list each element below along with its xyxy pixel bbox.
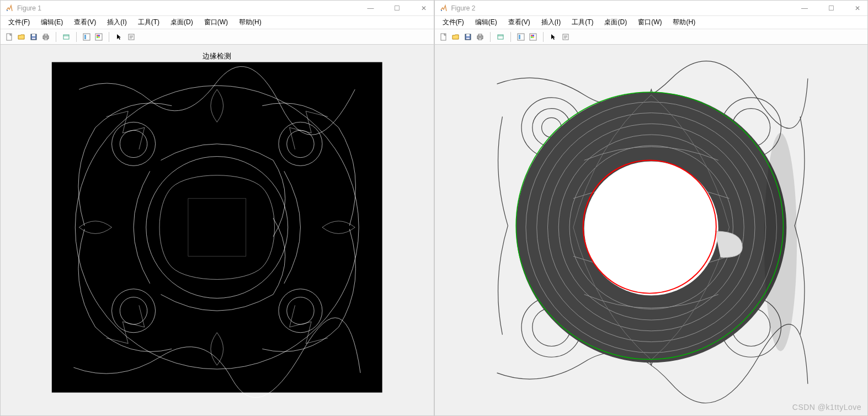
svg-rect-6: [44, 34, 47, 36]
svg-rect-16: [98, 36, 100, 38]
menu-tools[interactable]: 工具(T): [566, 17, 599, 28]
svg-rect-7: [44, 38, 47, 40]
menu-window[interactable]: 窗口(W): [199, 17, 233, 28]
svg-point-0: [7, 10, 8, 11]
axes-area[interactable]: [435, 45, 868, 415]
save-icon[interactable]: [28, 31, 39, 42]
maximize-button[interactable]: ☐: [392, 4, 403, 12]
close-button[interactable]: ✕: [852, 4, 863, 12]
maximize-button[interactable]: ☐: [826, 4, 837, 12]
menu-desktop[interactable]: 桌面(D): [599, 17, 632, 28]
watermark: CSDN @k1ttyLove: [792, 403, 861, 412]
svg-rect-47: [532, 35, 534, 36]
data-cursor-icon[interactable]: [81, 31, 92, 42]
toolbar-separator: [76, 32, 77, 42]
menu-view[interactable]: 查看(V): [68, 17, 102, 28]
menu-file[interactable]: 文件(F): [3, 17, 35, 28]
new-file-icon[interactable]: [438, 31, 449, 42]
svg-rect-11: [84, 35, 86, 39]
link-icon[interactable]: [495, 31, 506, 42]
insert-text-icon[interactable]: [126, 31, 137, 42]
close-button[interactable]: ✕: [418, 4, 429, 12]
menubar: 文件(F) 编辑(E) 查看(V) 插入(I) 工具(T) 桌面(D) 窗口(W…: [435, 16, 868, 29]
svg-rect-13: [97, 35, 98, 36]
svg-rect-46: [531, 36, 532, 38]
titlebar[interactable]: Figure 1 — ☐ ✕: [1, 1, 434, 16]
print-icon[interactable]: [40, 31, 51, 42]
open-folder-icon[interactable]: [16, 31, 27, 42]
figure1-image: [1, 45, 434, 415]
pointer-icon[interactable]: [548, 31, 559, 42]
figure-window-1: Figure 1 — ☐ ✕ 文件(F) 编辑(E) 查看(V) 插入(I) 工…: [0, 0, 434, 416]
menu-help[interactable]: 帮助(H): [667, 17, 701, 28]
menu-window[interactable]: 窗口(W): [632, 17, 667, 28]
svg-rect-40: [498, 35, 503, 39]
svg-rect-36: [466, 38, 470, 39]
toolbar: [1, 29, 434, 45]
svg-rect-48: [532, 36, 534, 38]
chart-title: 边缘检测: [1, 51, 434, 61]
pointer-icon[interactable]: [114, 31, 125, 42]
svg-rect-38: [478, 34, 482, 36]
data-cursor-icon[interactable]: [515, 31, 526, 42]
svg-rect-14: [97, 36, 98, 38]
menu-view[interactable]: 查看(V): [503, 17, 536, 28]
menu-insert[interactable]: 插入(I): [536, 17, 566, 28]
svg-rect-8: [63, 35, 69, 39]
toolbar-separator: [56, 32, 56, 42]
figure2-image: [435, 45, 868, 415]
svg-rect-39: [478, 38, 482, 40]
toolbar-separator: [510, 32, 511, 42]
menu-help[interactable]: 帮助(H): [233, 17, 267, 28]
open-folder-icon[interactable]: [450, 31, 461, 42]
new-file-icon[interactable]: [4, 31, 15, 42]
figure-window-2: Figure 2 — ☐ ✕ 文件(F) 编辑(E) 查看(V) 插入(I) 工…: [434, 0, 869, 416]
svg-rect-43: [519, 35, 520, 39]
menu-insert[interactable]: 插入(I): [102, 17, 132, 28]
svg-rect-42: [518, 34, 524, 40]
axes-area[interactable]: 边缘检测: [1, 45, 434, 415]
menu-edit[interactable]: 编辑(E): [35, 17, 68, 28]
menu-tools[interactable]: 工具(T): [132, 17, 165, 28]
toolbar-separator: [543, 32, 544, 42]
svg-rect-3: [32, 34, 35, 36]
toolbar-separator: [490, 32, 491, 42]
link-icon[interactable]: [61, 31, 72, 42]
svg-rect-21: [52, 62, 382, 393]
svg-point-32: [441, 10, 442, 11]
save-icon[interactable]: [462, 31, 473, 42]
colorbar-icon[interactable]: [528, 31, 539, 42]
window-title: Figure 1: [17, 4, 365, 12]
svg-rect-10: [83, 34, 90, 40]
minimize-button[interactable]: —: [799, 4, 810, 12]
matlab-icon: [5, 4, 14, 13]
menu-edit[interactable]: 编辑(E): [470, 17, 503, 28]
svg-rect-4: [32, 38, 35, 39]
titlebar[interactable]: Figure 2 — ☐ ✕: [435, 1, 868, 16]
toolbar: [435, 29, 868, 45]
toolbar-separator: [109, 32, 109, 42]
insert-text-icon[interactable]: [560, 31, 571, 42]
svg-rect-15: [98, 35, 100, 36]
matlab-icon: [439, 4, 448, 13]
svg-rect-35: [466, 34, 470, 36]
minimize-button[interactable]: —: [365, 4, 376, 12]
window-title: Figure 2: [451, 4, 800, 12]
menu-desktop[interactable]: 桌面(D): [165, 17, 199, 28]
svg-rect-45: [531, 35, 532, 36]
menubar: 文件(F) 编辑(E) 查看(V) 插入(I) 工具(T) 桌面(D) 窗口(W…: [1, 16, 434, 29]
print-icon[interactable]: [475, 31, 486, 42]
menu-file[interactable]: 文件(F): [437, 17, 470, 28]
colorbar-icon[interactable]: [93, 31, 104, 42]
